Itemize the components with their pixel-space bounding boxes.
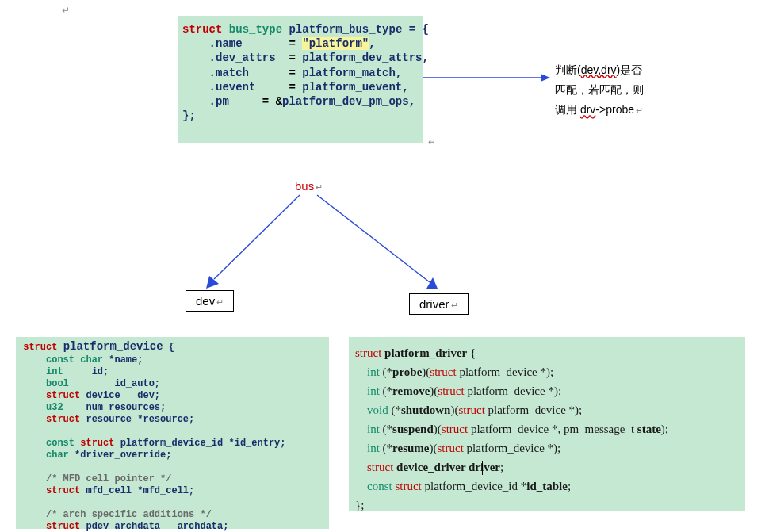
svg-marker-5 [426,277,438,289]
return-mark-icon: ↵ [428,136,436,147]
svg-marker-3 [206,276,219,289]
label-bus: bus↵ [295,179,323,193]
label-box-driver: driver↵ [409,293,469,315]
code-block-bus-type: struct bus_type platform_bus_type = { .n… [178,16,423,143]
svg-line-2 [214,195,300,279]
arrow-match-to-annotation [423,71,550,87]
label-box-dev: dev↵ [186,290,234,312]
return-mark-icon: ↵ [62,5,70,16]
arrow-bus-to-driver [317,195,444,293]
code-block-platform-device: struct platform_device { const char *nam… [16,337,329,529]
code-block-platform-driver: struct platform_driver { int (*probe)(st… [349,337,745,511]
annotation-match-probe: 判断(dev,drv)是否 匹配，若匹配，则 调用 drv->probe↵ [555,60,682,121]
svg-line-4 [317,195,430,282]
arrow-bus-to-dev [206,195,309,290]
text-cursor-icon [482,461,483,475]
svg-marker-1 [541,74,550,82]
